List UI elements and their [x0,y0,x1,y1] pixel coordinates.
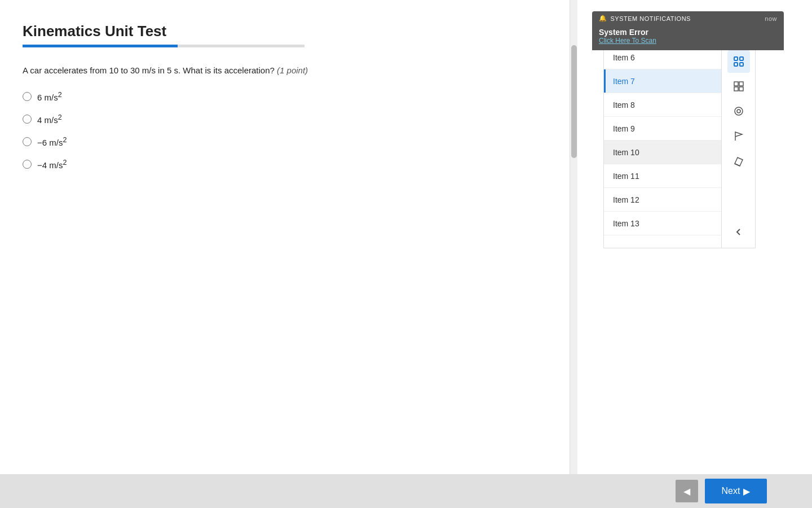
notification-header-label: SYSTEM NOTIFICATIONS [611,15,691,22]
test-title: Kinematics Unit Test [23,23,581,40]
sidebar-item-label-item11: Item 11 [613,172,639,181]
sidebar-item-item12[interactable]: Item 12 [604,188,721,212]
item-sidebar: Item 6 Item 7 Item 8 Item 9 Item 10 Item… [603,45,722,248]
svg-rect-2 [734,63,738,66]
sidebar-item-label-item6: Item 6 [613,53,635,62]
sidebar-item-label-item7: Item 7 [613,77,635,86]
next-button[interactable]: Next ▶ [705,479,767,503]
main-content: Kinematics Unit Test A car accelerates f… [0,0,603,485]
svg-rect-7 [739,87,743,91]
prev-arrow-icon: ◀ [683,486,690,497]
svg-rect-3 [740,63,743,66]
notification-title: System Error [599,28,777,37]
svg-point-8 [735,107,743,115]
grid-icon[interactable] [727,75,750,98]
sidebar-item-item8[interactable]: Item 8 [604,93,721,117]
answer-options: 6 m/s2 4 m/s2 −6 m/s2 −4 m/s2 [23,91,581,170]
bell-icon: 🔔 [599,15,607,22]
answer-label-c: −6 m/s2 [37,136,67,147]
footer: ◀ Next ▶ [0,474,812,508]
sidebar-item-label-item10: Item 10 [613,148,639,157]
svg-rect-5 [739,82,743,86]
sidebar-item-item7[interactable]: Item 7 [604,69,721,93]
collapse-sidebar-icon[interactable] [727,221,750,243]
sidebar-item-label-item8: Item 8 [613,100,635,110]
answer-option-b[interactable]: 4 m/s2 [23,113,581,125]
answer-option-d[interactable]: −4 m/s2 [23,159,581,170]
fullscreen-icon[interactable] [727,50,750,73]
progress-bar-fill [23,45,178,47]
svg-rect-1 [740,57,743,60]
svg-line-12 [735,164,740,166]
eraser-icon[interactable] [727,150,750,172]
sidebar-item-item11[interactable]: Item 11 [604,164,721,188]
notification-now: now [765,15,777,22]
scrollbar-thumb[interactable] [571,45,577,158]
tool-panel [722,45,756,248]
sidebar-item-item13[interactable]: Item 13 [604,212,721,235]
radio-c[interactable] [23,137,32,146]
svg-rect-0 [734,57,738,60]
radio-b[interactable] [23,115,32,124]
notification-body: System Error Click Here To Scan [592,25,784,50]
answer-option-a[interactable]: 6 m/s2 [23,91,581,102]
answer-option-c[interactable]: −6 m/s2 [23,136,581,147]
scrollbar-divider [570,0,577,485]
sidebar-item-label-item13: Item 13 [613,219,639,228]
next-arrow-icon: ▶ [743,486,750,497]
progress-bar-container [23,45,304,47]
notification-header: 🔔 SYSTEM NOTIFICATIONS now [592,11,784,25]
flag-icon[interactable] [727,125,750,147]
svg-rect-6 [734,87,738,91]
radio-a[interactable] [23,92,32,101]
sidebar-item-label-item12: Item 12 [613,195,639,204]
sidebar-item-item9[interactable]: Item 9 [604,117,721,141]
answer-label-d: −4 m/s2 [37,159,67,170]
settings-icon[interactable] [727,100,750,122]
radio-d[interactable] [23,160,32,169]
question-text: A car accelerates from 10 to 30 m/s in 5… [23,64,581,77]
sidebar-item-label-item9: Item 9 [613,124,635,133]
notification-link[interactable]: Click Here To Scan [599,37,777,45]
svg-point-9 [737,110,740,113]
sidebar-item-item10[interactable]: Item 10 [604,141,721,164]
prev-button[interactable]: ◀ [676,480,698,502]
answer-label-a: 6 m/s2 [37,91,62,102]
next-label: Next [722,486,740,496]
svg-rect-4 [734,82,738,86]
answer-label-b: 4 m/s2 [37,113,62,125]
notification-bar: 🔔 SYSTEM NOTIFICATIONS now System Error … [592,11,784,50]
